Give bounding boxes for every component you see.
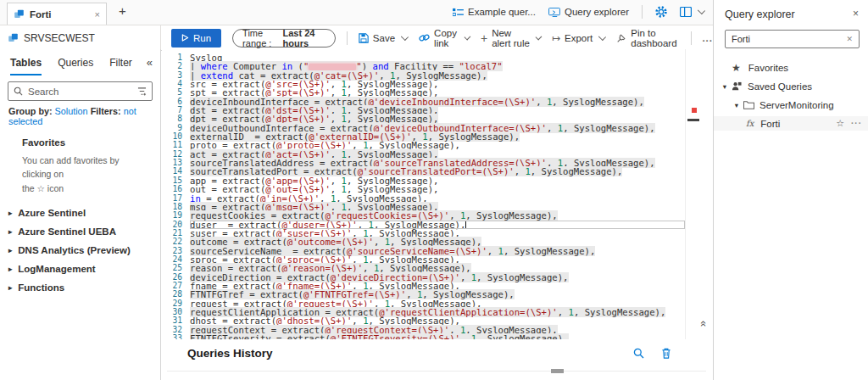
- new-tab-button[interactable]: +: [119, 3, 126, 18]
- example-queries-button[interactable]: Example quer...: [453, 7, 536, 17]
- query-tab-forti[interactable]: Forti ×: [7, 3, 107, 25]
- close-tab-icon[interactable]: ×: [95, 9, 100, 20]
- copy-link-icon: [419, 32, 430, 43]
- log-analytics-icon: [14, 8, 25, 20]
- divider: [167, 371, 706, 372]
- sidebar-item-logmanagement[interactable]: ▸LogManagement: [0, 260, 160, 278]
- panel-title: Query explorer: [725, 8, 795, 20]
- line-number: 7: [162, 106, 190, 115]
- search-icon: [14, 87, 23, 96]
- toolbar-row: SRVSECWEST Run Time range : Last 24 hour…: [0, 25, 713, 51]
- favorite-star-icon[interactable]: ☆: [836, 118, 844, 129]
- copy-link-button[interactable]: Copy link: [419, 28, 470, 48]
- chevron-right-icon: ▸: [8, 283, 12, 292]
- tab-title: Forti: [30, 9, 90, 20]
- export-arrow-icon: ↦: [552, 32, 560, 44]
- error-marker: [692, 108, 697, 113]
- tree-item-query-forti[interactable]: fx Forti ☆ ···: [714, 116, 868, 131]
- more-options-button[interactable]: ...: [702, 33, 713, 43]
- divider: [642, 5, 643, 19]
- line-number: 22: [162, 238, 190, 246]
- reading-pane-icon: [680, 7, 692, 17]
- sidebar-tree: ▸Azure Sentinel▸Azure Sentinel UEBA▸DNS …: [0, 204, 160, 297]
- new-alert-rule-button[interactable]: + New alert rule: [481, 28, 541, 48]
- workspace-name: SRVSECWEST: [24, 32, 95, 44]
- query-tab-bar: Forti × + Example quer... Query explorer: [0, 0, 713, 25]
- sidebar-tabs: Tables Queries Filter: [0, 49, 160, 75]
- query-editor[interactable]: 1Syslog2| where Computer in ("") and Fac…: [162, 49, 713, 339]
- history-delete-icon[interactable]: [661, 348, 671, 359]
- line-number: 19: [162, 211, 190, 220]
- cursor-marker: [687, 119, 699, 121]
- history-search-icon[interactable]: [633, 348, 644, 359]
- tab-queries[interactable]: Queries: [58, 57, 93, 75]
- settings-gear-icon[interactable]: [655, 6, 667, 18]
- top-actions: Example quer... Query explorer: [453, 0, 704, 24]
- query-explorer-panel: Query explorer × Forti ✕ ★ Favorites ▾ S…: [713, 0, 868, 380]
- chevron-down-icon: [401, 32, 409, 40]
- time-range-picker[interactable]: Time range : Last 24 hours: [232, 29, 336, 48]
- export-button[interactable]: ↦ Export: [552, 32, 605, 44]
- line-number: 8: [162, 115, 190, 123]
- chevron-right-icon: ▸: [8, 209, 12, 217]
- query-explorer-tree: ★ Favorites ▾ Saved Queries ▾ ServerMoni…: [714, 60, 868, 131]
- pin-to-dashboard-button[interactable]: Pin to dashboard: [616, 28, 679, 48]
- chevron-right-icon: ▸: [8, 265, 12, 273]
- filter-icon[interactable]: [137, 87, 147, 96]
- log-analytics-window: Forti × + Example quer... Query explorer: [0, 0, 868, 380]
- sidebar-item-label: LogManagement: [18, 264, 95, 274]
- log-analytics-icon: [8, 32, 19, 43]
- tab-filter[interactable]: Filter: [109, 57, 132, 75]
- run-button[interactable]: Run: [171, 29, 221, 48]
- pin-icon: [616, 33, 626, 43]
- chevron-expanded-icon[interactable]: ▾: [732, 101, 741, 109]
- save-button[interactable]: Save: [359, 33, 408, 43]
- query-toolbar: Run Time range : Last 24 hours Save Copy…: [161, 28, 713, 48]
- chevron-expanded-icon[interactable]: ▾: [721, 82, 729, 91]
- saved-queries-icon: [732, 81, 742, 92]
- query-explorer-search-input[interactable]: Forti ✕: [725, 30, 860, 48]
- text-cursor: [465, 221, 466, 229]
- tree-item-favorites[interactable]: ★ Favorites: [714, 60, 868, 75]
- item-more-options-icon[interactable]: ···: [851, 119, 862, 128]
- sidebar-item-label: DNS Analytics (Preview): [18, 245, 131, 255]
- favorites-heading: Favorites: [0, 126, 160, 148]
- line-number: 6: [162, 98, 190, 106]
- time-range-value: Last 24 hours: [283, 28, 326, 48]
- collapse-sidebar-icon[interactable]: «: [147, 56, 153, 69]
- horizontal-scrollbar-thumb[interactable]: [551, 369, 564, 373]
- close-panel-icon[interactable]: ×: [853, 8, 859, 20]
- tree-item-servermonitoring[interactable]: ▾ ServerMonitoring: [714, 98, 868, 112]
- main-area: Forti × + Example quer... Query explorer: [0, 0, 713, 380]
- sidebar-search-input[interactable]: Search: [8, 81, 153, 101]
- group-by-value-link[interactable]: Solution: [55, 106, 88, 116]
- folder-icon: [743, 100, 754, 109]
- save-icon: [359, 33, 369, 43]
- side-pane-toggle[interactable]: [680, 7, 704, 17]
- chevron-down-icon: [598, 32, 606, 40]
- schema-sidebar: Tables Queries Filter « Search Group by:…: [0, 49, 161, 380]
- group-by-row: Group by: Solution Filters: not selected: [0, 101, 160, 126]
- play-icon: [181, 34, 189, 42]
- sidebar-item-label: Azure Sentinel UEBA: [18, 226, 116, 237]
- star-icon: ★: [732, 62, 741, 74]
- example-queries-icon: [453, 8, 464, 17]
- clear-search-icon[interactable]: ✕: [846, 35, 853, 43]
- tab-tables[interactable]: Tables: [10, 57, 42, 75]
- search-value: Forti: [732, 34, 846, 44]
- collapse-editor-icon[interactable]: «: [698, 317, 710, 331]
- code-lines: 1Syslog2| where Computer in ("") and Fac…: [162, 53, 713, 339]
- function-icon: fx: [746, 119, 754, 128]
- query-explorer-button[interactable]: Query explorer: [548, 7, 629, 17]
- sidebar-item-azure-sentinel[interactable]: ▸Azure Sentinel: [0, 204, 160, 222]
- chevron-right-icon: ▸: [8, 246, 12, 254]
- line-number: 2: [162, 62, 190, 70]
- workspace-scope[interactable]: SRVSECWEST: [0, 25, 161, 50]
- sidebar-item-functions[interactable]: ▸Functions: [0, 278, 160, 297]
- sidebar-item-dns-analytics-preview-[interactable]: ▸DNS Analytics (Preview): [0, 241, 160, 260]
- tree-item-saved-queries[interactable]: ▾ Saved Queries: [714, 79, 868, 93]
- sidebar-item-azure-sentinel-ueba[interactable]: ▸Azure Sentinel UEBA: [0, 222, 160, 241]
- line-number: 16: [162, 185, 190, 193]
- search-placeholder: Search: [28, 87, 132, 97]
- line-number: 1: [162, 53, 190, 62]
